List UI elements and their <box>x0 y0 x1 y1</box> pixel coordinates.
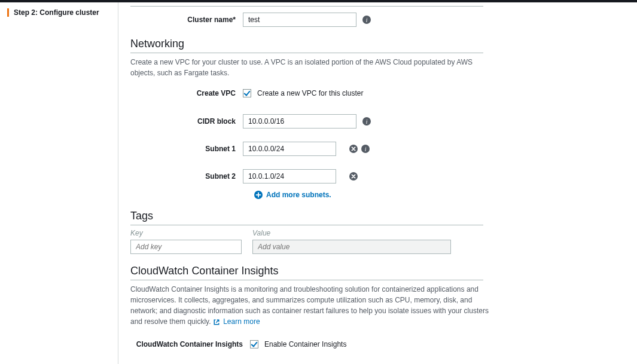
svg-text:i: i <box>366 17 368 23</box>
subnet1-input[interactable] <box>243 142 336 156</box>
svg-text:i: i <box>365 146 367 152</box>
page-container: Step 2: Configure cluster Cluster name* … <box>0 2 637 364</box>
info-icon[interactable]: i <box>362 117 371 126</box>
subnet2-input[interactable] <box>243 169 336 183</box>
cluster-name-row: Cluster name* i <box>130 13 625 27</box>
enable-insights-checkbox[interactable] <box>250 340 258 348</box>
cidr-row: CIDR block i <box>130 114 625 129</box>
tags-title: Tags <box>130 210 625 222</box>
subnet1-row: Subnet 1 i <box>130 142 625 156</box>
cloudwatch-title: CloudWatch Container Insights <box>130 265 625 277</box>
enable-insights-label: Enable Container Insights <box>264 340 346 348</box>
cluster-name-input[interactable] <box>243 13 356 27</box>
remove-subnet-icon[interactable] <box>349 172 358 181</box>
tag-key-header: Key <box>130 229 242 237</box>
add-more-subnets-label: Add more subnets. <box>266 191 331 199</box>
create-vpc-label: Create VPC <box>130 89 243 97</box>
wizard-step-2[interactable]: Step 2: Configure cluster <box>7 8 111 17</box>
create-vpc-row: Create VPC Create a new VPC for this clu… <box>130 89 625 97</box>
external-link-icon <box>213 319 220 326</box>
cidr-input[interactable] <box>243 114 356 129</box>
create-vpc-checkbox[interactable] <box>243 89 251 97</box>
divider <box>130 225 483 225</box>
cloudwatch-insights-label: CloudWatch Container Insights <box>130 340 250 348</box>
tag-value-header: Value <box>252 229 270 237</box>
remove-subnet-icon[interactable] <box>349 145 358 153</box>
divider <box>130 280 483 280</box>
tag-value-input[interactable] <box>252 240 451 254</box>
tags-headers: Key Value <box>130 229 625 237</box>
networking-title: Networking <box>130 38 625 50</box>
top-rule <box>130 6 483 7</box>
info-icon[interactable]: i <box>361 145 370 153</box>
subnet2-row: Subnet 2 <box>130 169 625 183</box>
cloudwatch-insights-row: CloudWatch Container Insights Enable Con… <box>130 340 625 348</box>
tags-section: Tags Key Value <box>130 210 625 254</box>
main-content: Cluster name* i Networking Create a new … <box>118 2 637 364</box>
cluster-name-label: Cluster name* <box>130 16 243 24</box>
networking-desc: Create a new VPC for your cluster to use… <box>130 57 483 78</box>
create-vpc-check-label: Create a new VPC for this cluster <box>257 89 363 97</box>
sidebar: Step 2: Configure cluster <box>0 2 118 364</box>
subnet2-label: Subnet 2 <box>130 172 243 181</box>
networking-section: Networking Create a new VPC for your clu… <box>130 38 625 199</box>
add-more-subnets-link[interactable]: Add more subnets. <box>254 191 625 199</box>
learn-more-link[interactable]: Learn more <box>223 317 260 326</box>
cloudwatch-section: CloudWatch Container Insights CloudWatch… <box>130 265 625 348</box>
divider <box>130 53 483 53</box>
cloudwatch-desc-text: CloudWatch Container Insights is a monit… <box>130 285 489 326</box>
info-icon[interactable]: i <box>362 16 371 24</box>
svg-text:i: i <box>366 118 368 125</box>
tag-key-input[interactable] <box>130 240 242 254</box>
wizard-step-label: Step 2: Configure cluster <box>14 8 99 17</box>
tags-inputs <box>130 240 625 254</box>
cloudwatch-desc: CloudWatch Container Insights is a monit… <box>130 284 496 327</box>
cidr-label: CIDR block <box>130 117 243 126</box>
subnet1-label: Subnet 1 <box>130 145 243 153</box>
